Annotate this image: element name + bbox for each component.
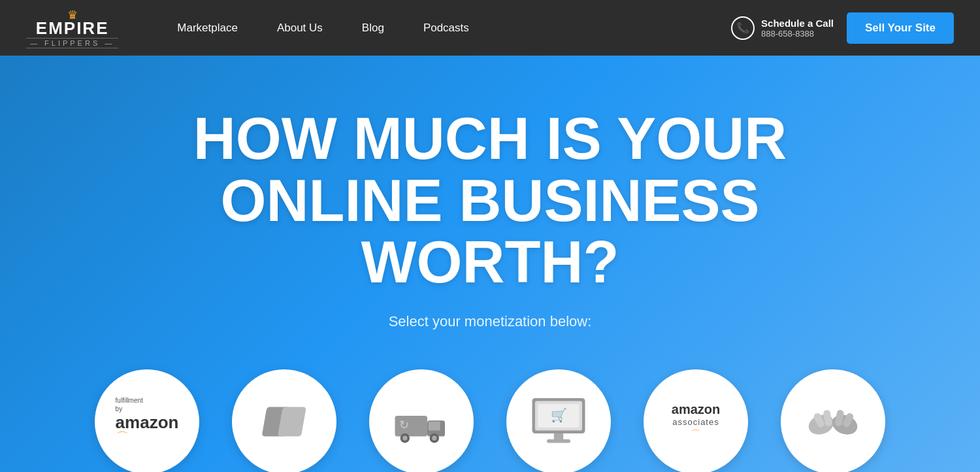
svg-point-6	[402, 435, 407, 440]
schedule-call[interactable]: 📞 Schedule a Call 888-658-8388	[731, 16, 834, 40]
fulfillment-text: fulfillment	[116, 397, 143, 404]
nav-about-us[interactable]: About Us	[257, 0, 342, 56]
schedule-label: Schedule a Call	[761, 18, 834, 29]
phone-icon: 📞	[731, 16, 755, 40]
dropshipping-icon: ↻	[392, 392, 451, 451]
nav-marketplace[interactable]: Marketplace	[157, 0, 257, 56]
adsense-icon	[255, 392, 314, 451]
nav-links: Marketplace About Us Blog Podcasts	[157, 0, 489, 56]
navbar: ♛ EMPIRE — FLIPPERS — Marketplace About …	[0, 0, 980, 56]
associates-content: amazon associates ⌒	[672, 401, 720, 442]
svg-rect-15	[547, 439, 570, 443]
amazon-fba-circle: fulfillment by amazon ⌒	[95, 369, 199, 473]
assoc-sub: associates	[672, 417, 720, 427]
affiliate-circle	[781, 369, 885, 473]
svg-point-8	[432, 435, 436, 440]
navbar-right: 📞 Schedule a Call 888-658-8388 Sell Your…	[731, 12, 954, 44]
monetization-item-ecommerce[interactable]: 🛒 E-commerce	[497, 369, 621, 473]
hero-section: HOW MUCH IS YOUR ONLINE BUSINESS WORTH? …	[0, 56, 980, 472]
amazon-assoc-text: amazon	[672, 401, 720, 417]
navbar-left: ♛ EMPIRE — FLIPPERS — Marketplace About …	[26, 0, 489, 56]
monetization-item-amazon-fba[interactable]: fulfillment by amazon ⌒ Amazon FBA	[85, 369, 209, 473]
amazon-arrow-icon: ⌒	[116, 429, 129, 447]
amazon-assoc-arrow: ⌒	[672, 428, 720, 442]
ecommerce-circle: 🛒	[506, 369, 611, 473]
hero-subtitle: Select your monetization below:	[389, 313, 592, 330]
amazon-fba-content: fulfillment by amazon ⌒	[116, 397, 179, 447]
logo[interactable]: ♛ EMPIRE — FLIPPERS —	[26, 8, 118, 48]
monetization-item-affiliate[interactable]: Affiliate	[771, 369, 895, 473]
sell-site-button[interactable]: Sell Your Site	[847, 12, 954, 44]
affiliate-icon	[804, 392, 862, 451]
by-text: by	[116, 405, 123, 413]
google-adsense-circle	[232, 369, 336, 473]
dropshipping-circle: ↻	[369, 369, 474, 473]
monetization-grid: fulfillment by amazon ⌒ Amazon FBA Googl…	[33, 369, 947, 473]
monetization-item-amazon-associates[interactable]: amazon associates ⌒ Amazon Associates	[634, 369, 758, 473]
nav-blog[interactable]: Blog	[342, 0, 404, 56]
monetization-item-google-adsense[interactable]: Google Adsense	[222, 369, 346, 473]
nav-podcasts[interactable]: Podcasts	[404, 0, 489, 56]
svg-text:🛒: 🛒	[551, 407, 567, 423]
schedule-text: Schedule a Call 888-658-8388	[761, 18, 834, 39]
empire-text: EMPIRE	[36, 20, 109, 37]
amazon-associates-circle: amazon associates ⌒	[644, 369, 748, 473]
hero-title: HOW MUCH IS YOUR ONLINE BUSINESS WORTH?	[98, 108, 882, 294]
monetization-item-dropshipping[interactable]: ↻ DropShipping	[359, 369, 483, 473]
svg-rect-4	[429, 422, 440, 431]
flippers-text: — FLIPPERS —	[26, 38, 118, 48]
schedule-number: 888-658-8388	[761, 29, 834, 39]
svg-text:↻: ↻	[399, 418, 409, 431]
ecommerce-icon: 🛒	[529, 392, 588, 451]
